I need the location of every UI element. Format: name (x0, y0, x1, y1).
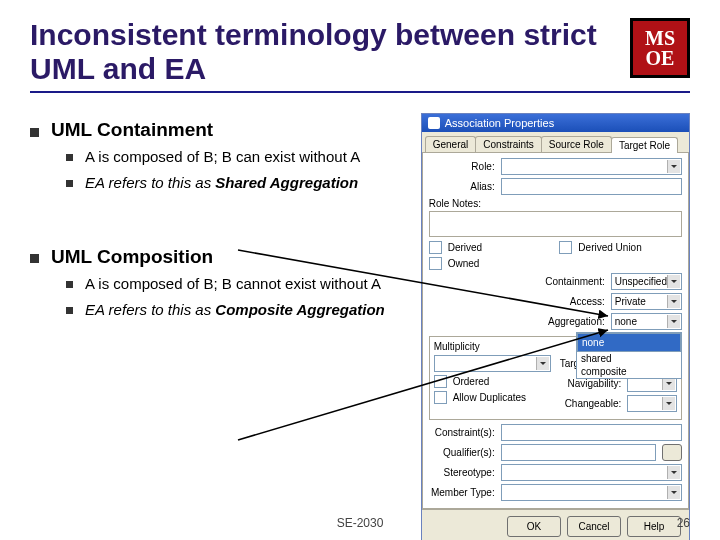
heading-text: UML Composition (51, 246, 213, 268)
item-text: A is composed of B; B can exist without … (85, 147, 360, 167)
constraints-input[interactable] (501, 424, 682, 441)
bullet-icon (66, 180, 73, 187)
label-access: Access: (543, 296, 605, 307)
aggregation-option-none[interactable]: none (577, 333, 681, 352)
bullet-icon (66, 281, 73, 288)
label-role-notes: Role Notes: (429, 198, 682, 209)
list-item: A is composed of B; B can exist without … (66, 147, 415, 167)
aggregation-option-shared[interactable]: shared (577, 352, 681, 365)
aggregation-select[interactable]: none (611, 313, 682, 330)
label-alias: Alias: (429, 181, 495, 192)
role-notes-textarea[interactable] (429, 211, 682, 237)
bullet-icon (30, 128, 39, 137)
section-heading-composition: UML Composition (30, 246, 415, 268)
dialog-titlebar[interactable]: Association Properties (422, 114, 689, 132)
logo-line1: MS (645, 28, 675, 48)
window-icon (428, 117, 440, 129)
tab-target-role[interactable]: Target Role (611, 137, 678, 153)
association-properties-dialog: Association Properties General Constrain… (421, 113, 690, 540)
qualifiers-browse-button[interactable] (662, 444, 682, 461)
qualifiers-input[interactable] (501, 444, 656, 461)
bullet-icon (66, 307, 73, 314)
logo-line2: OE (646, 48, 675, 68)
tab-source-role[interactable]: Source Role (541, 136, 612, 152)
bullet-icon (66, 154, 73, 161)
item-text: EA refers to this as Composite Aggregati… (85, 300, 385, 320)
role-select[interactable] (501, 158, 682, 175)
label-changeable: Changeable: (559, 398, 621, 409)
label-derived: Derived (448, 242, 482, 253)
list-item: A is composed of B; B cannot exist witho… (66, 274, 415, 294)
stereotype-select[interactable] (501, 464, 682, 481)
label-navigability: Navigability: (559, 378, 621, 389)
label-qualifiers: Qualifier(s): (429, 447, 495, 458)
tab-general[interactable]: General (425, 136, 477, 152)
access-select[interactable]: Private (611, 293, 682, 310)
label-owned: Owned (448, 258, 480, 269)
list-item: EA refers to this as Composite Aggregati… (66, 300, 415, 320)
msoe-logo: MS OE (630, 18, 690, 78)
label-aggregation: Aggregation: (543, 316, 605, 327)
dialog-tabs: General Constraints Source Role Target R… (422, 132, 689, 153)
label-ordered: Ordered (453, 376, 490, 387)
containment-select[interactable]: Unspecified (611, 273, 682, 290)
aggregation-option-composite[interactable]: composite (577, 365, 681, 378)
title-rule (30, 91, 690, 93)
label-constraints: Constraint(s): (429, 427, 495, 438)
alias-input[interactable] (501, 178, 682, 195)
label-allow-duplicates: Allow Duplicates (453, 392, 526, 403)
allow-duplicates-checkbox[interactable] (434, 391, 447, 404)
label-role: Role: (429, 161, 495, 172)
bullet-icon (30, 254, 39, 263)
dialog-title: Association Properties (445, 117, 554, 129)
label-containment: Containment: (543, 276, 605, 287)
label-stereotype: Stereotype: (429, 467, 495, 478)
derived-union-checkbox[interactable] (559, 241, 572, 254)
heading-text: UML Containment (51, 119, 213, 141)
item-text: A is composed of B; B cannot exist witho… (85, 274, 381, 294)
item-text: EA refers to this as Shared Aggregation (85, 173, 358, 193)
dialog-column: Association Properties General Constrain… (421, 113, 690, 540)
content-column: UML Containment A is composed of B; B ca… (30, 113, 415, 540)
footer-course: SE-2030 (0, 516, 720, 530)
aggregation-dropdown-list[interactable]: none shared composite (576, 332, 682, 379)
tab-constraints[interactable]: Constraints (475, 136, 542, 152)
slide-title: Inconsistent terminology between strict … (30, 18, 614, 85)
list-item: EA refers to this as Shared Aggregation (66, 173, 415, 193)
label-derived-union: Derived Union (578, 242, 641, 253)
derived-checkbox[interactable] (429, 241, 442, 254)
owned-checkbox[interactable] (429, 257, 442, 270)
dialog-pane: Role: Alias: Role Notes: Derived Owned (422, 153, 689, 509)
changeable-select[interactable] (627, 395, 677, 412)
member-type-select[interactable] (501, 484, 682, 501)
section-heading-containment: UML Containment (30, 119, 415, 141)
ordered-checkbox[interactable] (434, 375, 447, 388)
page-number: 26 (677, 516, 690, 530)
multiplicity-select[interactable] (434, 355, 552, 372)
label-member-type: Member Type: (429, 487, 495, 498)
